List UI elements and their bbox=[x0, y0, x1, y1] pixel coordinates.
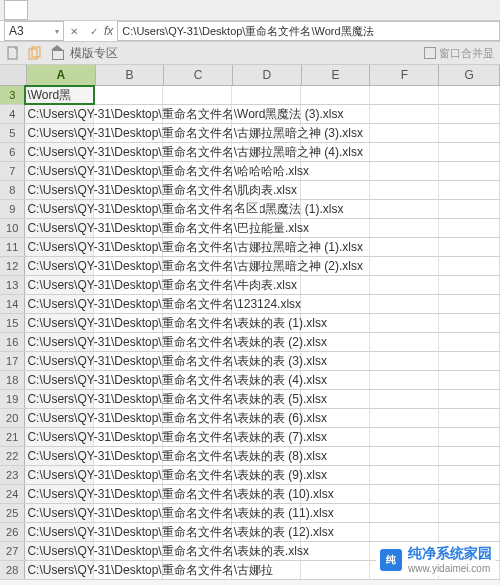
column-header-C[interactable]: C bbox=[164, 65, 233, 85]
column-header-A[interactable]: A bbox=[27, 65, 96, 85]
fx-icon[interactable]: fx bbox=[104, 24, 113, 38]
cell[interactable] bbox=[163, 542, 232, 560]
cell[interactable] bbox=[370, 276, 439, 294]
row-header[interactable]: 26 bbox=[0, 523, 25, 541]
cell[interactable] bbox=[94, 295, 163, 313]
cell[interactable] bbox=[439, 124, 500, 142]
row-header[interactable]: 24 bbox=[0, 485, 25, 503]
cell[interactable] bbox=[301, 409, 370, 427]
cell[interactable] bbox=[301, 124, 370, 142]
row-header[interactable]: 11 bbox=[0, 238, 25, 256]
row-header[interactable]: 5 bbox=[0, 124, 25, 142]
cell[interactable] bbox=[163, 238, 232, 256]
cell[interactable] bbox=[232, 504, 301, 522]
cell[interactable]: C:\Users\QY-31\Desktop\重命名文件名\表妹的表 (2).x… bbox=[25, 333, 94, 351]
cell[interactable] bbox=[439, 485, 500, 503]
cell[interactable] bbox=[232, 352, 301, 370]
cell[interactable] bbox=[94, 352, 163, 370]
cell[interactable] bbox=[370, 447, 439, 465]
cell[interactable] bbox=[370, 143, 439, 161]
cell[interactable] bbox=[94, 276, 163, 294]
cell[interactable]: C:\Users\QY-31\Desktop\重命名文件名\表妹的表 (6).x… bbox=[25, 409, 94, 427]
cell[interactable] bbox=[439, 409, 500, 427]
row-header[interactable]: 7 bbox=[0, 162, 25, 180]
row-header[interactable]: 28 bbox=[0, 561, 25, 579]
cell[interactable] bbox=[370, 428, 439, 446]
cell[interactable] bbox=[439, 143, 500, 161]
row-header[interactable]: 13 bbox=[0, 276, 25, 294]
cell[interactable] bbox=[370, 124, 439, 142]
cell[interactable] bbox=[370, 371, 439, 389]
cell[interactable] bbox=[370, 314, 439, 332]
cell[interactable] bbox=[301, 143, 370, 161]
cell[interactable] bbox=[301, 314, 370, 332]
cell[interactable]: C:\Users\QY-31\Desktop\重命名文件名\表妹的表 (9).x… bbox=[25, 466, 94, 484]
cell[interactable] bbox=[94, 333, 163, 351]
cell[interactable] bbox=[94, 561, 163, 579]
row-header[interactable]: 6 bbox=[0, 143, 25, 161]
cell[interactable] bbox=[94, 504, 163, 522]
column-header-B[interactable]: B bbox=[96, 65, 165, 85]
cell[interactable] bbox=[439, 371, 500, 389]
cell[interactable] bbox=[439, 105, 500, 123]
cell[interactable] bbox=[301, 181, 370, 199]
cell[interactable] bbox=[439, 219, 500, 237]
cell[interactable] bbox=[94, 105, 163, 123]
cell[interactable] bbox=[439, 504, 500, 522]
cell[interactable] bbox=[163, 447, 232, 465]
cell[interactable]: C:\Users\QY-31\Desktop\重命名文件名\古娜拉黑暗之神 (4… bbox=[25, 143, 94, 161]
row-header[interactable]: 23 bbox=[0, 466, 25, 484]
cell[interactable] bbox=[232, 143, 301, 161]
cell[interactable]: C:\Users\QY-31\Desktop\重命名文件名\哈哈哈哈.xlsx bbox=[25, 162, 94, 180]
cell[interactable] bbox=[232, 86, 301, 104]
cell[interactable] bbox=[232, 295, 301, 313]
row-header[interactable]: 9 bbox=[0, 200, 25, 218]
cell[interactable]: C:\Users\QY-31\Desktop\重命名文件名\123124.xls… bbox=[25, 295, 94, 313]
window-merge-option[interactable]: 窗口合并显 bbox=[424, 46, 494, 61]
cell[interactable] bbox=[163, 352, 232, 370]
cell[interactable] bbox=[439, 162, 500, 180]
cell[interactable] bbox=[163, 257, 232, 275]
cell[interactable] bbox=[232, 561, 301, 579]
cell[interactable] bbox=[370, 200, 439, 218]
cell[interactable] bbox=[301, 162, 370, 180]
cell[interactable] bbox=[301, 352, 370, 370]
cell[interactable] bbox=[232, 219, 301, 237]
cell[interactable] bbox=[439, 200, 500, 218]
cell[interactable] bbox=[94, 238, 163, 256]
cell[interactable] bbox=[370, 162, 439, 180]
cell[interactable] bbox=[232, 105, 301, 123]
cell[interactable] bbox=[301, 447, 370, 465]
cell[interactable] bbox=[301, 428, 370, 446]
cell[interactable] bbox=[439, 276, 500, 294]
cell[interactable] bbox=[370, 523, 439, 541]
cell[interactable] bbox=[301, 257, 370, 275]
row-header[interactable]: 21 bbox=[0, 428, 25, 446]
cell[interactable] bbox=[232, 257, 301, 275]
row-header[interactable]: 16 bbox=[0, 333, 25, 351]
cell[interactable] bbox=[301, 219, 370, 237]
cell[interactable] bbox=[370, 409, 439, 427]
row-header[interactable]: 17 bbox=[0, 352, 25, 370]
cell[interactable] bbox=[163, 523, 232, 541]
cell[interactable] bbox=[94, 542, 163, 560]
row-header[interactable]: 20 bbox=[0, 409, 25, 427]
cell[interactable] bbox=[163, 390, 232, 408]
template-area-label[interactable]: 模版专区 bbox=[70, 45, 118, 62]
row-header[interactable]: 18 bbox=[0, 371, 25, 389]
cell[interactable] bbox=[94, 257, 163, 275]
cell[interactable] bbox=[94, 143, 163, 161]
cell[interactable] bbox=[163, 181, 232, 199]
confirm-button[interactable]: ✓ bbox=[86, 23, 102, 39]
cell[interactable] bbox=[163, 219, 232, 237]
cell[interactable]: C:\Users\QY-31\Desktop\重命名文件名\表妹的表 (8).x… bbox=[25, 447, 94, 465]
home-button[interactable] bbox=[48, 44, 66, 62]
cell[interactable] bbox=[94, 390, 163, 408]
cell[interactable]: C:\Users\QY-31\Desktop\重命名文件名\古娜拉黑暗之神 (2… bbox=[25, 257, 94, 275]
cell[interactable] bbox=[232, 447, 301, 465]
copy-button[interactable] bbox=[26, 44, 44, 62]
cell[interactable] bbox=[94, 314, 163, 332]
cell[interactable]: C:\Users\QY-31\Desktop\重命名文件名\表妹的表 (11).… bbox=[25, 504, 94, 522]
cell[interactable]: C:\Users\QY-31\Desktop\重命名文件名\表妹的表 (10).… bbox=[25, 485, 94, 503]
cell[interactable] bbox=[370, 333, 439, 351]
